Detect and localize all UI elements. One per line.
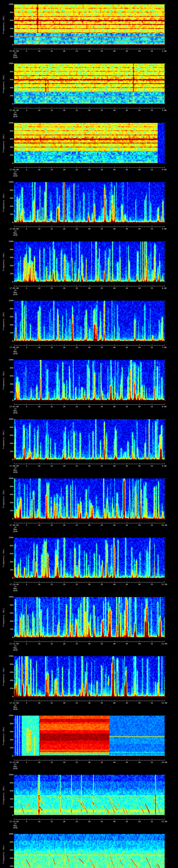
spectrogram-panel: Frequency (Hz)0200400600800100017:15:005… <box>0 830 178 868</box>
y-axis-title: Frequency (Hz) <box>2 549 5 567</box>
x-tick-label: 30 <box>83 524 95 526</box>
end-time-label: 3:00 <box>158 110 170 112</box>
x-tick-label: 40 <box>108 50 120 52</box>
x-tick-label: 5 <box>21 169 33 171</box>
y-axis-tick-left <box>13 400 14 401</box>
y-axis-title: Frequency (Hz) <box>2 608 5 626</box>
x-tick-label: 20 <box>58 406 70 408</box>
time-axis-ruler <box>14 522 165 523</box>
time-axis-ticks <box>14 700 165 701</box>
y-axis-tick-right <box>165 360 166 360</box>
x-tick-label: 5 <box>21 110 33 112</box>
spectrogram-canvas <box>14 834 165 868</box>
x-tick-label: 10 <box>33 50 45 52</box>
y-tick-label: 800 <box>4 189 13 191</box>
spectrogram-canvas <box>14 478 165 519</box>
spectrogram-canvas <box>14 716 165 756</box>
x-tick-label: 35 <box>96 702 108 704</box>
x-tick-label: 10 <box>33 820 45 823</box>
x-tick-label: 55 <box>146 762 158 764</box>
spectrogram-panel: Frequency (Hz)0200400600800100017:03:005… <box>0 119 178 178</box>
end-time-label: 8:00 <box>158 406 170 408</box>
x-tick-label: 40 <box>108 584 120 586</box>
x-tick-label: 15 <box>46 702 58 704</box>
x-tick-label: 55 <box>146 346 158 349</box>
y-axis-title: Frequency (Hz) <box>2 193 5 212</box>
x-tick-label: 35 <box>96 346 108 349</box>
y-tick-label: 0 <box>4 577 13 579</box>
y-tick-label: 200 <box>4 687 13 689</box>
y-axis-tick-left <box>13 341 14 341</box>
time-axis-ruler <box>14 403 165 405</box>
spectrogram-canvas <box>14 656 165 696</box>
x-tick-label: 5 <box>21 287 33 289</box>
y-axis-tick-right <box>165 333 166 333</box>
x-tick-label: 40 <box>108 524 120 526</box>
y-axis-title: Frequency (Hz) <box>2 430 5 449</box>
date-line: 2016 <box>10 56 21 59</box>
spectrogram-canvas <box>14 4 165 45</box>
y-axis-minor-tick-right <box>165 447 165 448</box>
x-tick-label: 30 <box>83 584 95 586</box>
y-tick-label: 400 <box>4 442 13 444</box>
x-tick-label: 45 <box>121 346 133 349</box>
time-axis-ruler <box>14 759 165 761</box>
end-time-label: 10:00 <box>158 524 170 526</box>
spectrogram-page: Frequency (Hz)0200400600800100017:01:005… <box>0 0 178 868</box>
y-axis-tick-right <box>165 419 166 420</box>
x-tick-label: 15 <box>46 50 58 52</box>
y-tick-label: 0 <box>4 103 13 105</box>
time-axis-ticks <box>14 226 165 227</box>
x-tick-label: 50 <box>133 346 146 349</box>
x-tick-label: 45 <box>121 228 133 230</box>
y-tick-label: 800 <box>4 723 13 725</box>
y-axis-minor-tick-right <box>165 499 165 499</box>
y-tick-label: 800 <box>4 545 13 547</box>
y-tick-label: 1000 <box>4 477 13 479</box>
end-time-label: 15:00 <box>158 820 170 823</box>
y-axis-tick-right <box>165 775 166 775</box>
y-axis-tick-left <box>13 815 14 815</box>
y-axis-minor-tick-right <box>165 617 165 618</box>
x-tick-label: 30 <box>83 169 95 171</box>
x-tick-label: 45 <box>121 169 133 171</box>
y-axis-minor-tick-right <box>165 245 165 246</box>
y-axis-tick-right <box>165 384 166 384</box>
x-tick-label: 15 <box>46 820 58 823</box>
time-axis-ticks <box>14 344 165 345</box>
y-axis-title: Frequency (Hz) <box>2 786 5 804</box>
y-tick-label: 600 <box>4 197 13 199</box>
x-tick-label: 15 <box>46 584 58 586</box>
y-tick-label: 400 <box>4 798 13 800</box>
end-time-label: 12:00 <box>158 643 170 645</box>
time-axis-ruler <box>14 463 165 464</box>
y-axis-tick-right <box>165 214 166 215</box>
x-tick-label: 45 <box>121 820 133 823</box>
x-tick-label: 45 <box>121 406 133 408</box>
x-tick-label: 5 <box>21 762 33 764</box>
y-axis-minor-tick-right <box>165 41 165 41</box>
y-tick-label: 800 <box>4 308 13 310</box>
y-axis-minor-tick-right <box>165 210 165 211</box>
x-tick-label: 25 <box>70 169 83 171</box>
y-axis-minor-tick-right <box>165 456 165 456</box>
y-tick-label: 0 <box>4 814 13 816</box>
time-axis-ticks <box>14 48 165 49</box>
x-tick-label: 35 <box>96 643 108 645</box>
y-tick-label: 800 <box>4 663 13 665</box>
date-line: 2016 <box>10 590 21 592</box>
x-tick-label: 35 <box>96 110 108 112</box>
time-axis-ticks <box>14 166 165 168</box>
y-tick-label: 1000 <box>4 596 13 598</box>
y-axis-minor-tick-right <box>165 660 165 660</box>
y-tick-label: 600 <box>4 79 13 81</box>
x-tick-label: 55 <box>146 524 158 526</box>
x-tick-label: 35 <box>96 169 108 171</box>
x-tick-label: 10 <box>33 524 45 526</box>
x-tick-label: 5 <box>21 524 33 526</box>
x-tick-label: 55 <box>146 169 158 171</box>
spectrogram-canvas <box>14 123 165 163</box>
x-tick-label: 5 <box>21 50 33 52</box>
y-axis-minor-tick-right <box>165 143 165 144</box>
date-line: 2016 <box>10 471 21 473</box>
